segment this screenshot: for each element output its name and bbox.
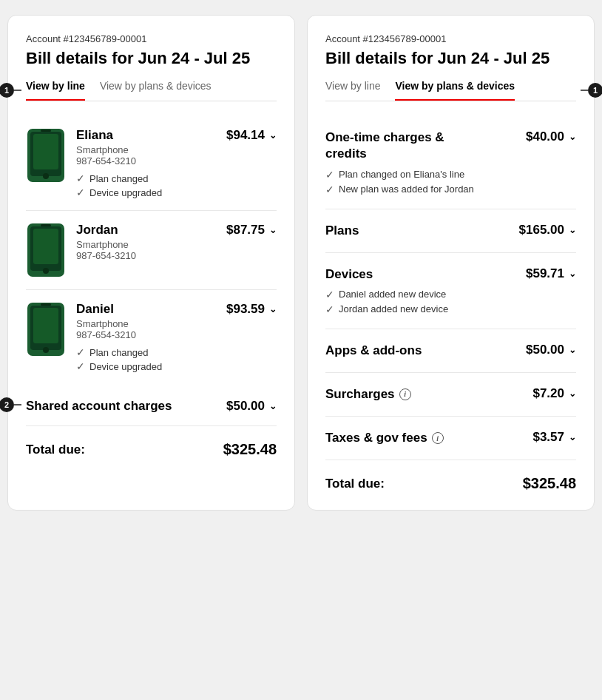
- step-1-badge-right: 1: [588, 83, 602, 98]
- daniel-changes: ✓ Plan changed ✓ Device upgraded: [76, 346, 216, 372]
- check-icon-6: ✓: [325, 184, 334, 195]
- jordan-amount: $87.75 ⌄: [226, 223, 277, 238]
- taxes-info-icon[interactable]: i: [432, 432, 444, 444]
- right-total-amount: $325.48: [523, 475, 576, 492]
- category-devices: Devices $59.71 ⌄ ✓ Daniel added new devi…: [325, 253, 576, 329]
- eliana-number: 987-654-3210: [76, 155, 216, 166]
- category-row-taxes: Taxes & gov fees i $3.57 ⌄: [325, 430, 576, 446]
- devices-details: ✓ Daniel added new device ✓ Jordan added…: [325, 289, 576, 315]
- check-icon-1: ✓: [76, 172, 85, 184]
- devices-chevron[interactable]: ⌄: [569, 269, 576, 279]
- category-one-time: One-time charges & credits $40.00 ⌄ ✓ Pl…: [325, 116, 576, 209]
- eliana-info: Eliana Smartphone 987-654-3210 ✓ Plan ch…: [76, 128, 216, 198]
- check-icon-5: ✓: [325, 169, 334, 181]
- svg-rect-14: [41, 303, 51, 306]
- jordan-phone-image: [26, 223, 66, 277]
- tab-view-by-plans-right[interactable]: View by plans & devices: [395, 80, 515, 101]
- eliana-change-2: ✓ Device upgraded: [76, 186, 216, 198]
- eliana-chevron[interactable]: ⌄: [269, 130, 277, 141]
- category-row-apps: Apps & add-ons $50.00 ⌄: [325, 343, 576, 359]
- devices-detail-1: ✓ Daniel added new device: [325, 289, 576, 300]
- shared-row: Shared account charges $50.00 ⌄: [26, 399, 277, 414]
- eliana-changes: ✓ Plan changed ✓ Device upgraded: [76, 172, 216, 198]
- check-icon-4: ✓: [76, 360, 85, 372]
- tab-view-by-line-left[interactable]: View by line: [26, 80, 85, 101]
- category-row-devices: Devices $59.71 ⌄: [325, 266, 576, 283]
- daniel-chevron[interactable]: ⌄: [269, 304, 277, 314]
- category-taxes: Taxes & gov fees i $3.57 ⌄: [325, 417, 576, 460]
- left-total-label: Total due:: [26, 442, 85, 457]
- daniel-name: Daniel: [76, 302, 216, 317]
- category-row-surcharges: Surcharges i $7.20 ⌄: [325, 386, 576, 403]
- daniel-amount: $93.59 ⌄: [226, 302, 277, 317]
- category-amount-taxes: $3.57 ⌄: [532, 430, 576, 445]
- daniel-phone-image: [26, 302, 66, 357]
- check-icon-7: ✓: [325, 289, 334, 300]
- category-plans: Plans $165.00 ⌄: [325, 209, 576, 253]
- surcharges-info-icon[interactable]: i: [399, 388, 411, 400]
- jordan-number: 987-654-3210: [76, 250, 216, 261]
- svg-rect-9: [41, 224, 51, 226]
- category-label-one-time: One-time charges & credits: [325, 129, 459, 162]
- right-total-row: Total due: $325.48: [325, 460, 576, 492]
- jordan-chevron[interactable]: ⌄: [269, 225, 277, 235]
- eliana-phone-image: [26, 128, 66, 183]
- jordan-type: Smartphone: [76, 239, 216, 250]
- eliana-change-1: ✓ Plan changed: [76, 172, 216, 184]
- category-label-plans: Plans: [325, 223, 359, 239]
- left-account-number: Account #123456789-00001: [26, 33, 277, 44]
- shared-chevron[interactable]: ⌄: [269, 401, 277, 411]
- jordan-info: Jordan Smartphone 987-654-3210: [76, 223, 216, 261]
- shared-charges: 2 Shared account charges $50.00 ⌄: [26, 384, 277, 426]
- right-card: Account #123456789-00001 Bill details fo…: [307, 15, 595, 511]
- shared-label: Shared account charges: [26, 399, 172, 414]
- left-total-row: Total due: $325.48: [26, 426, 277, 458]
- category-amount-devices: $59.71 ⌄: [526, 266, 576, 281]
- plans-chevron[interactable]: ⌄: [569, 225, 576, 235]
- right-bill-title: Bill details for Jun 24 - Jul 25: [325, 49, 576, 68]
- category-amount-one-time: $40.00 ⌄: [526, 129, 576, 144]
- category-label-surcharges: Surcharges i: [325, 386, 411, 403]
- jordan-name: Jordan: [76, 223, 216, 238]
- daniel-type: Smartphone: [76, 318, 216, 329]
- line-items: Eliana Smartphone 987-654-3210 ✓ Plan ch…: [26, 116, 277, 384]
- category-label-apps: Apps & add-ons: [325, 343, 422, 359]
- eliana-name: Eliana: [76, 128, 216, 143]
- right-account-number: Account #123456789-00001: [325, 33, 576, 44]
- left-total-amount: $325.48: [223, 441, 277, 458]
- svg-point-8: [43, 268, 49, 274]
- tab-view-by-line-right[interactable]: View by line: [325, 80, 380, 101]
- line-item-daniel: Daniel Smartphone 987-654-3210 ✓ Plan ch…: [26, 290, 277, 384]
- apps-chevron[interactable]: ⌄: [569, 345, 576, 355]
- category-row-plans: Plans $165.00 ⌄: [325, 223, 576, 239]
- surcharges-chevron[interactable]: ⌄: [569, 388, 576, 399]
- one-time-chevron[interactable]: ⌄: [569, 132, 576, 142]
- taxes-chevron[interactable]: ⌄: [569, 432, 576, 442]
- category-surcharges: Surcharges i $7.20 ⌄: [325, 373, 576, 417]
- left-tabs: 1 View by line View by plans & devices: [26, 80, 277, 101]
- left-card: Account #123456789-00001 Bill details fo…: [7, 15, 295, 511]
- one-time-details: ✓ Plan changed on Eliana's line ✓ New pl…: [325, 169, 576, 195]
- one-time-detail-2: ✓ New plan was added for Jordan: [325, 184, 576, 195]
- category-label-devices: Devices: [325, 266, 373, 283]
- svg-rect-4: [41, 129, 51, 132]
- check-icon-2: ✓: [76, 186, 85, 198]
- category-amount-apps: $50.00 ⌄: [526, 343, 576, 357]
- devices-detail-2: ✓ Jordan added new device: [325, 303, 576, 315]
- daniel-change-1: ✓ Plan changed: [76, 346, 216, 358]
- one-time-detail-1: ✓ Plan changed on Eliana's line: [325, 169, 576, 181]
- line-item-eliana: Eliana Smartphone 987-654-3210 ✓ Plan ch…: [26, 116, 277, 211]
- eliana-amount: $94.14 ⌄: [226, 128, 277, 143]
- category-row-one-time: One-time charges & credits $40.00 ⌄: [325, 129, 576, 162]
- step-1-badge-left: 1: [0, 83, 14, 98]
- daniel-info: Daniel Smartphone 987-654-3210 ✓ Plan ch…: [76, 302, 216, 372]
- left-bill-title: Bill details for Jun 24 - Jul 25: [26, 49, 277, 68]
- right-total-label: Total due:: [325, 477, 385, 491]
- eliana-type: Smartphone: [76, 144, 216, 155]
- category-label-taxes: Taxes & gov fees i: [325, 430, 444, 446]
- line-item-jordan: Jordan Smartphone 987-654-3210 $87.75 ⌄: [26, 211, 277, 290]
- tab-view-by-plans-left[interactable]: View by plans & devices: [100, 80, 212, 101]
- svg-rect-12: [33, 308, 58, 343]
- daniel-change-2: ✓ Device upgraded: [76, 360, 216, 372]
- check-icon-3: ✓: [76, 346, 85, 358]
